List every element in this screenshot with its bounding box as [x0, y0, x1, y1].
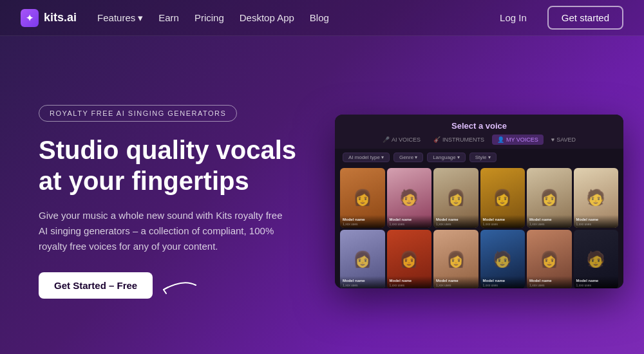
voice-card[interactable]: 🧑 Model name 1,xxx uses: [480, 230, 526, 288]
voice-card[interactable]: 👩 Model name 1,xxx uses: [480, 168, 526, 228]
hero-description: Give your music a whole new sound with K…: [39, 208, 283, 254]
logo-icon: ✦: [21, 9, 39, 27]
nav-links: Features ▾ Earn Pricing Desktop App Blog: [97, 12, 329, 24]
filter-style[interactable]: Style ▾: [469, 153, 497, 162]
voice-info: Model name 1,xxx uses: [480, 215, 526, 228]
ui-mockup: Select a voice 🎤 AI VOICES 🎸 INSTRUMENTS…: [335, 115, 623, 288]
navbar: ✦ kits.ai Features ▾ Earn Pricing Deskto…: [0, 0, 644, 36]
voice-name: Model name: [483, 279, 523, 283]
hero-section: ROYALTY FREE AI SINGING GENERATORS Studi…: [39, 105, 309, 299]
voice-name: Model name: [390, 279, 430, 283]
voice-stats: 1,xxx uses: [343, 222, 383, 226]
filter-language[interactable]: Language ▾: [427, 153, 466, 162]
arrow-icon: [160, 275, 199, 295]
voice-card[interactable]: 👩 Model name 1,xxx uses: [433, 168, 478, 228]
voice-info: Model name 1,xxx uses: [574, 276, 619, 288]
logo[interactable]: ✦ kits.ai: [21, 9, 77, 27]
voice-info: Model name 1,xxx uses: [433, 215, 478, 228]
voice-stats: 1,xxx uses: [483, 283, 523, 287]
voice-stats: 1,xxx uses: [529, 222, 569, 226]
voice-info: Model name 1,xxx uses: [527, 215, 572, 228]
person-icon: 👤: [497, 136, 504, 143]
voice-card[interactable]: 🧑 Model name 1,xxx uses: [574, 168, 619, 228]
hero-badge: ROYALTY FREE AI SINGING GENERATORS: [39, 105, 237, 122]
mockup-tabs: 🎤 AI VOICES 🎸 INSTRUMENTS 👤 MY VOICES ♥ …: [345, 135, 613, 145]
tab-saved[interactable]: ♥ SAVED: [546, 135, 581, 145]
voice-name: Model name: [343, 279, 383, 283]
voice-name: Model name: [576, 218, 616, 221]
voice-info: Model name 1,xxx uses: [387, 276, 432, 288]
voice-name: Model name: [529, 279, 569, 283]
voice-card[interactable]: 🧑 Model name 1,xxx uses: [574, 230, 619, 288]
voice-stats: 1,xxx uses: [576, 222, 616, 226]
nav-desktop-app[interactable]: Desktop App: [240, 12, 294, 23]
tab-ai-voices[interactable]: 🎤 AI VOICES: [377, 135, 426, 145]
mockup-title: Select a voice: [345, 121, 613, 131]
voice-card[interactable]: 👩 Model name 1,xxx uses: [433, 230, 478, 288]
voice-grid: 👩 Model name 1,xxx uses 🧑 Model name 1,x…: [335, 166, 623, 288]
nav-right: Log In Get started: [487, 6, 623, 30]
tab-my-voices[interactable]: 👤 MY VOICES: [492, 135, 544, 145]
voice-card[interactable]: 👩 Model name 1,xxx uses: [527, 230, 572, 288]
nav-earn[interactable]: Earn: [158, 12, 179, 23]
filter-ai-model[interactable]: AI model type ▾: [343, 153, 390, 162]
voice-info: Model name 1,xxx uses: [433, 276, 478, 288]
voice-card[interactable]: 👩 Model name 1,xxx uses: [340, 230, 385, 288]
microphone-icon: 🎤: [383, 136, 390, 143]
voice-stats: 1,xxx uses: [390, 283, 430, 287]
voice-card[interactable]: 👩 Model name 1,xxx uses: [527, 168, 572, 228]
voice-name: Model name: [436, 279, 476, 283]
tab-instruments[interactable]: 🎸 INSTRUMENTS: [428, 135, 489, 145]
nav-blog[interactable]: Blog: [310, 12, 329, 23]
brand-name: kits.ai: [44, 11, 77, 24]
voice-stats: 1,xxx uses: [436, 222, 476, 226]
chevron-down-icon: ▾: [488, 154, 491, 160]
voice-card[interactable]: 👩 Model name 1,xxx uses: [387, 230, 432, 288]
voice-info: Model name 1,xxx uses: [340, 276, 385, 288]
mockup-header: Select a voice 🎤 AI VOICES 🎸 INSTRUMENTS…: [335, 115, 623, 149]
voice-name: Model name: [436, 218, 476, 221]
filter-genre[interactable]: Genre ▾: [393, 153, 423, 162]
get-started-button[interactable]: Get started: [547, 6, 623, 30]
guitar-icon: 🎸: [433, 136, 440, 143]
voice-info: Model name 1,xxx uses: [527, 276, 572, 288]
heart-icon: ♥: [551, 136, 554, 143]
voice-name: Model name: [576, 279, 616, 283]
voice-name: Model name: [529, 218, 569, 221]
chevron-down-icon: ▾: [415, 154, 417, 160]
nav-pricing[interactable]: Pricing: [194, 12, 224, 23]
voice-name: Model name: [483, 218, 523, 221]
voice-info: Model name 1,xxx uses: [387, 215, 432, 228]
main-content: ROYALTY FREE AI SINGING GENERATORS Studi…: [0, 36, 644, 354]
voice-card[interactable]: 🧑 Model name 1,xxx uses: [387, 168, 432, 228]
voice-info: Model name 1,xxx uses: [340, 215, 385, 228]
cta-row: Get Started – Free: [39, 272, 309, 299]
chevron-down-icon: ▾: [381, 154, 384, 160]
voice-card[interactable]: 👩 Model name 1,xxx uses: [340, 168, 385, 228]
voice-stats: 1,xxx uses: [576, 283, 616, 287]
hero-title: Studio quality vocals at your fingertips: [39, 135, 309, 196]
chevron-down-icon: ▾: [138, 12, 143, 24]
voice-stats: 1,xxx uses: [390, 222, 430, 226]
voice-stats: 1,xxx uses: [529, 283, 569, 287]
voice-info: Model name 1,xxx uses: [480, 276, 526, 288]
voice-name: Model name: [390, 218, 430, 221]
voice-stats: 1,xxx uses: [343, 283, 383, 287]
chevron-down-icon: ▾: [457, 154, 460, 160]
nav-features[interactable]: Features ▾: [97, 12, 143, 24]
cta-button[interactable]: Get Started – Free: [39, 272, 153, 299]
login-button[interactable]: Log In: [487, 7, 540, 28]
voice-stats: 1,xxx uses: [483, 222, 523, 226]
voice-stats: 1,xxx uses: [436, 283, 476, 287]
voice-name: Model name: [343, 218, 383, 221]
mockup-filters: AI model type ▾ Genre ▾ Language ▾ Style…: [335, 149, 623, 166]
nav-left: ✦ kits.ai Features ▾ Earn Pricing Deskto…: [21, 9, 329, 27]
voice-info: Model name 1,xxx uses: [574, 215, 619, 228]
